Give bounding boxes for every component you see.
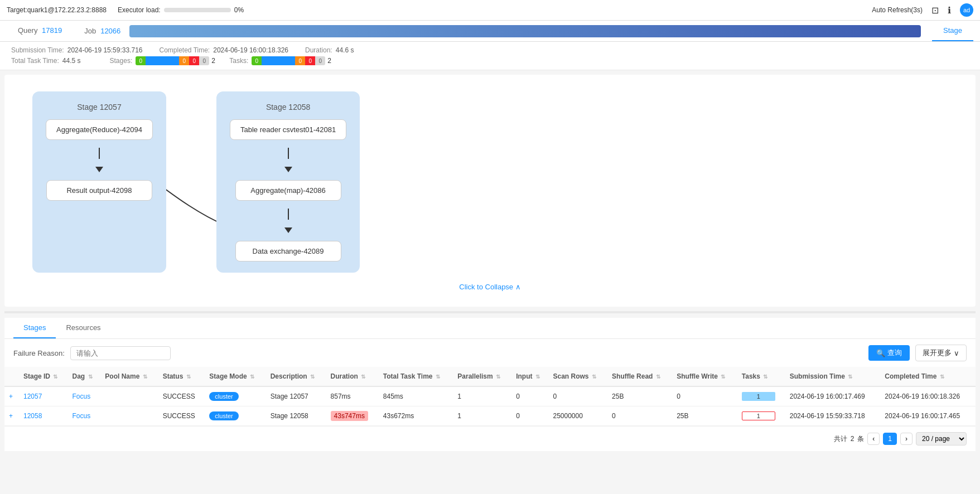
submission-time: Submission Time: 2024-06-19 15:59:33.716 — [11, 46, 143, 54]
table-header-row: Stage ID ⇅ Dag ⇅ Pool Name ⇅ Status ⇅ St… — [4, 367, 976, 386]
dag-node-result-output: Result output-42098 — [46, 180, 152, 201]
dag-area: Stage 12057 Aggregate(Reduce)-42094 Resu… — [4, 75, 976, 307]
arrow-down-1 — [99, 148, 100, 159]
collapse-divider — [4, 311, 976, 313]
th-total-task-time[interactable]: Total Task Time ⇅ — [379, 367, 453, 386]
tasks-green: 0 — [252, 56, 262, 65]
stages-bar: 0 0 0 0 2 — [136, 56, 215, 65]
row-stage-id-1[interactable]: 12058 — [19, 406, 67, 426]
th-stage-id[interactable]: Stage ID ⇅ — [19, 367, 67, 386]
stages-mid-num: 2 — [211, 57, 215, 65]
table-body: + 12057 Focus SUCCESS cluster Stage 1205… — [4, 386, 976, 426]
row-dag-0[interactable]: Focus — [68, 386, 101, 406]
th-pool-name[interactable]: Pool Name ⇅ — [100, 367, 158, 386]
failure-reason-input[interactable] — [70, 346, 171, 360]
th-expand — [4, 367, 19, 386]
row-shuffle-read-1: 0 — [607, 406, 672, 426]
row-completed-time-0: 2024-06-19 16:00:18.326 — [880, 386, 976, 406]
row-submission-time-1: 2024-06-19 15:59:33.718 — [785, 406, 881, 426]
pagination: 共计 2 条 ‹ 1 › 20 / page 50 / page 100 / p… — [4, 426, 976, 451]
next-page-btn[interactable]: › — [900, 433, 913, 445]
executor-label: Executor load: — [118, 6, 161, 14]
row-submission-time-0: 2024-06-19 16:00:17.469 — [785, 386, 881, 406]
dag-node-aggregate-map: Aggregate(map)-42086 — [235, 180, 341, 201]
collapse-btn[interactable]: Click to Collapse ∧ — [16, 278, 964, 296]
tasks-gray: 0 — [315, 56, 325, 65]
th-dag[interactable]: Dag ⇅ — [68, 367, 101, 386]
tab-stages[interactable]: Stages — [13, 318, 56, 338]
th-completed-time[interactable]: Completed Time ⇅ — [880, 367, 976, 386]
th-tasks[interactable]: Tasks ⇅ — [737, 367, 785, 386]
row-input-0: 0 — [511, 386, 548, 406]
row-expand-0[interactable]: + — [4, 386, 19, 406]
chevron-down-icon: ∨ — [954, 349, 959, 357]
dag-arrow-2 — [284, 167, 292, 172]
stages-orange: 0 — [179, 56, 189, 65]
table-row: + 12058 Focus SUCCESS cluster Stage 1205… — [4, 406, 976, 426]
th-description[interactable]: Description ⇅ — [266, 367, 326, 386]
row-completed-time-1: 2024-06-19 16:00:17.465 — [880, 406, 976, 426]
row-shuffle-read-0: 25B — [607, 386, 672, 406]
th-duration[interactable]: Duration ⇅ — [326, 367, 379, 386]
th-shuffle-read[interactable]: Shuffle Read ⇅ — [607, 367, 672, 386]
th-input[interactable]: Input ⇅ — [511, 367, 548, 386]
executor-bar — [164, 8, 231, 12]
duration: Duration: 44.6 s — [305, 46, 354, 54]
total-task-time: Total Task Time: 44.5 s Stages: 0 0 0 0 … — [11, 56, 969, 65]
stage-12058-title: Stage 12058 — [266, 103, 310, 112]
tasks-red: 0 — [305, 56, 315, 65]
row-dag-1[interactable]: Focus — [68, 406, 101, 426]
row-duration-0: 857ms — [326, 386, 379, 406]
row-parallelism-1: 1 — [453, 406, 511, 426]
row-expand-1[interactable]: + — [4, 406, 19, 426]
tab-resources[interactable]: Resources — [56, 318, 110, 338]
monitor-icon[interactable]: ⊡ — [931, 5, 939, 16]
expand-button[interactable]: 展开更多 ∨ — [915, 345, 967, 361]
stages-table-wrap: Stage ID ⇅ Dag ⇅ Pool Name ⇅ Status ⇅ St… — [4, 367, 976, 426]
row-pool-name-1 — [100, 406, 158, 426]
row-stage-mode-0: cluster — [205, 386, 265, 406]
row-scan-rows-0: 0 — [548, 386, 607, 406]
tasks-orange: 0 — [295, 56, 305, 65]
tasks-mid-num: 2 — [327, 57, 331, 65]
th-scan-rows[interactable]: Scan Rows ⇅ — [548, 367, 607, 386]
th-shuffle-write[interactable]: Shuffle Write ⇅ — [672, 367, 737, 386]
row-total-task-time-0: 845ms — [379, 386, 453, 406]
tab-query[interactable]: Query 17819 — [7, 21, 73, 41]
tasks-bar: 0 0 0 0 2 — [252, 56, 331, 65]
th-parallelism[interactable]: Parallelism ⇅ — [453, 367, 511, 386]
prev-page-btn[interactable]: ‹ — [867, 433, 880, 445]
row-stage-id-0[interactable]: 12057 — [19, 386, 67, 406]
executor-load: Executor load: 0% — [118, 6, 244, 14]
tasks-blue — [262, 56, 295, 65]
page-1-btn[interactable]: 1 — [883, 433, 897, 445]
job-progress-bar — [129, 25, 921, 37]
row-total-task-time-1: 43s672ms — [379, 406, 453, 426]
stages-red: 0 — [189, 56, 199, 65]
dag-node-aggregate-reduce: Aggregate(Reduce)-42094 — [46, 119, 153, 140]
row-duration-1: 43s747ms — [326, 406, 379, 426]
th-status[interactable]: Status ⇅ — [158, 367, 205, 386]
search-button[interactable]: 🔍 查询 — [868, 345, 910, 361]
dag-node-data-exchange: Data exchange-42089 — [235, 241, 341, 261]
row-shuffle-write-0: 0 — [672, 386, 737, 406]
tab-stage[interactable]: Stage — [932, 21, 973, 41]
arrow-down-2 — [288, 148, 289, 159]
th-stage-mode[interactable]: Stage Mode ⇅ — [205, 367, 265, 386]
avatar[interactable]: ad — [960, 3, 973, 17]
info-icon[interactable]: ℹ — [948, 5, 951, 16]
target-label: Target:quark1@172.22.23.2:8888 — [7, 6, 107, 14]
page-size-select[interactable]: 20 / page 50 / page 100 / page — [916, 432, 967, 445]
total-count: 2 — [851, 435, 855, 443]
total-label: 共计 — [834, 434, 847, 444]
table-row: + 12057 Focus SUCCESS cluster Stage 1205… — [4, 386, 976, 406]
nav-tabs: Query 17819 Job 12066 Stage — [0, 21, 980, 42]
arrow-down-3 — [288, 209, 289, 220]
dag-stage-12058: Stage 12058 Table reader csvtest01-42081… — [216, 91, 360, 273]
th-submission-time[interactable]: Submission Time ⇅ — [785, 367, 881, 386]
row-description-0: Stage 12057 — [266, 386, 326, 406]
job-id: 12066 — [100, 27, 120, 35]
dag-stages: Stage 12057 Aggregate(Reduce)-42094 Resu… — [16, 86, 964, 278]
row-status-0: SUCCESS — [158, 386, 205, 406]
stages-green: 0 — [136, 56, 146, 65]
